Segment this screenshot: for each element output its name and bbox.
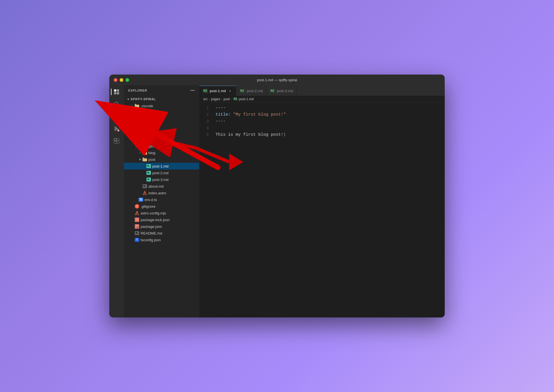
layouts-folder-icon	[138, 137, 143, 142]
maximize-button[interactable]	[126, 78, 129, 82]
code-line-3: 3 ----	[199, 118, 445, 125]
package-lock-label: package-lock.json	[141, 218, 170, 222]
breadcrumb: src › pages › post › MI post-1.md	[199, 96, 445, 102]
svg-rect-27	[139, 131, 140, 132]
env-label: env.d.ts	[145, 198, 157, 202]
breadcrumb-pages[interactable]: pages	[211, 97, 220, 101]
svg-rect-22	[135, 118, 139, 121]
sidebar-item-post-3[interactable]: M↓ post-3.md	[124, 176, 199, 183]
svg-rect-20	[135, 111, 139, 114]
close-button[interactable]	[114, 78, 117, 82]
breadcrumb-post[interactable]: post	[224, 97, 230, 101]
code-line-2: 2 title: "My first blog post!"	[199, 111, 445, 118]
package-json-icon: 📦	[134, 224, 139, 229]
tab-post-1[interactable]: MI post-1.md ×	[199, 86, 236, 96]
svg-rect-0	[114, 89, 116, 92]
explorer-more-button[interactable]: •••	[190, 88, 195, 93]
svg-rect-19	[135, 104, 136, 105]
svg-rect-16	[117, 141, 119, 144]
sidebar-item-public[interactable]: public	[124, 116, 199, 123]
activity-search[interactable]	[111, 99, 122, 110]
sidebar-item-post-2[interactable]: M↓ post-2.md	[124, 169, 199, 176]
line-number-3: 3	[199, 118, 213, 125]
svg-rect-1	[117, 89, 119, 92]
code-line-4: 4	[199, 125, 445, 132]
sidebar-item-components[interactable]: components	[124, 129, 199, 136]
components-folder-icon	[138, 130, 143, 135]
chevron-vscode	[130, 104, 134, 108]
traffic-lights	[114, 78, 129, 82]
sidebar-item-vscode[interactable]: .vscode	[124, 102, 199, 109]
sidebar-item-package-json[interactable]: 📦 package.json	[124, 223, 199, 230]
sidebar-item-pages[interactable]: pages	[124, 143, 199, 149]
about-label: about.md	[148, 184, 164, 188]
svg-point-39	[136, 212, 138, 214]
project-root[interactable]: SPIFFY-SPIRAL	[124, 96, 199, 102]
svg-line-5	[118, 105, 119, 107]
activity-extensions[interactable]	[111, 135, 122, 147]
sidebar-item-gitignore[interactable]: ⬡ .gitignore	[124, 203, 199, 210]
svg-rect-30	[139, 145, 143, 148]
tab-post-3-label: post-3.md	[277, 89, 293, 93]
index-astro-icon	[142, 191, 147, 195]
svg-rect-25	[135, 124, 136, 125]
tab-bar: MI post-1.md × MI post-2.md MI post-3.md	[199, 85, 445, 96]
sidebar-item-astro-config[interactable]: astro.config.mjs	[124, 210, 199, 216]
minimize-button[interactable]	[120, 78, 123, 82]
chevron-post	[138, 157, 142, 162]
sidebar-item-tsconfig[interactable]: T tsconfig.json	[124, 236, 199, 243]
breadcrumb-file-icon: MI	[233, 97, 238, 101]
tab-post-2[interactable]: MI post-2.md	[236, 86, 266, 96]
post-1-icon: M↓	[146, 164, 151, 168]
svg-rect-23	[135, 117, 136, 118]
sidebar-item-about[interactable]: M↓ about.md	[124, 183, 199, 190]
readme-icon: M↓	[134, 231, 139, 235]
tab-post-1-label: post-1.md	[210, 89, 226, 93]
editor-area: MI post-1.md × MI post-2.md MI post-3.md…	[199, 85, 445, 317]
svg-rect-13	[114, 138, 116, 141]
breadcrumb-src[interactable]: src	[203, 97, 208, 101]
line-content-5: This is my first blog post!	[213, 132, 445, 138]
index-astro-label: index.astro	[148, 191, 166, 195]
sidebar-item-post[interactable]: post	[124, 156, 199, 163]
line-content-3: ----	[213, 118, 445, 125]
tab-post-3[interactable]: MI post-3.md	[266, 86, 297, 96]
chevron-node-modules	[130, 110, 134, 115]
svg-rect-2	[114, 92, 116, 94]
chevron-layouts	[134, 137, 138, 142]
vscode-folder-icon	[134, 104, 139, 108]
gitignore-label: .gitignore	[141, 204, 155, 209]
sidebar-item-env[interactable]: TS env.d.ts	[124, 196, 199, 203]
post-3-label: post-3.md	[152, 178, 169, 182]
svg-rect-33	[143, 151, 144, 152]
code-editor[interactable]: 1 ---- 2 title: "My first blog post!" 3 …	[199, 102, 445, 317]
svg-rect-31	[139, 144, 140, 145]
sidebar-item-blog[interactable]: blog	[124, 149, 199, 156]
activity-run-debug[interactable]	[111, 123, 122, 134]
sidebar-item-post-1[interactable]: M↓ post-1.md	[124, 163, 199, 169]
post-2-label: post-2.md	[152, 171, 169, 175]
code-line-1: 1 ----	[199, 105, 445, 111]
sidebar-item-readme[interactable]: M↓ README.md	[124, 230, 199, 236]
code-line-5: 5 This is my first blog post!	[199, 132, 445, 138]
sidebar-item-index-astro[interactable]: index.astro	[124, 190, 199, 196]
sidebar-item-layouts[interactable]: layouts	[124, 136, 199, 143]
breadcrumb-file[interactable]: MI post-1.md	[233, 97, 254, 101]
activity-explorer[interactable]	[111, 86, 122, 97]
svg-rect-28	[139, 138, 143, 141]
svg-rect-29	[139, 137, 140, 138]
activity-source-control[interactable]	[111, 111, 122, 122]
sidebar-item-node-modules[interactable]: node_modules	[124, 109, 199, 116]
post-1-label: post-1.md	[152, 164, 169, 168]
tab-post-1-close[interactable]: ×	[228, 89, 233, 94]
sidebar-item-package-lock[interactable]: 🔒 package-lock.json	[124, 216, 199, 223]
tab-post-3-icon: MI	[270, 89, 275, 93]
file-tree: SPIFFY-SPIRAL .vscode node_modul	[124, 96, 199, 317]
chevron-root	[126, 97, 131, 101]
line-content-4	[213, 125, 445, 132]
package-json-label: package.json	[141, 224, 162, 229]
sidebar-item-src[interactable]: src	[124, 123, 199, 129]
public-folder-icon	[134, 117, 139, 121]
tsconfig-label: tsconfig.json	[141, 238, 161, 242]
line-content-1: ----	[213, 105, 445, 111]
